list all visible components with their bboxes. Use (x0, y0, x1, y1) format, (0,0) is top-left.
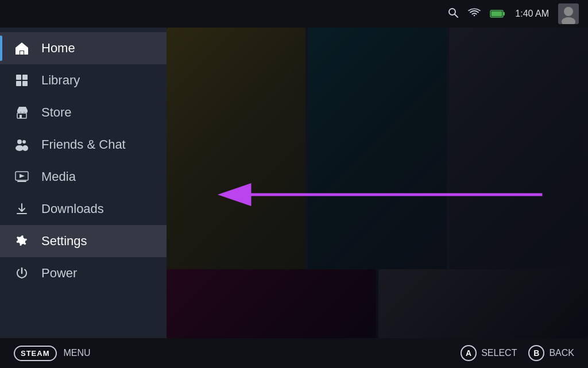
avatar[interactable] (558, 3, 579, 24)
battery-icon (490, 9, 506, 18)
library-label: Library (41, 73, 80, 88)
bottombar: STEAM MENU A SELECT B BACK (0, 338, 588, 368)
home-icon (14, 40, 30, 56)
main-content (167, 28, 588, 338)
svg-rect-10 (16, 75, 21, 80)
a-button-circle: A (461, 345, 477, 361)
sidebar-item-home[interactable]: Home (0, 32, 167, 64)
sidebar-item-downloads[interactable]: Downloads (0, 193, 167, 225)
media-icon (14, 169, 30, 185)
sidebar-item-store[interactable]: Store (0, 96, 167, 129)
store-label: Store (41, 105, 72, 120)
svg-rect-12 (16, 81, 21, 86)
power-icon (14, 265, 30, 281)
svg-rect-4 (492, 11, 502, 17)
svg-rect-3 (503, 12, 505, 16)
sidebar-item-media[interactable]: Media (0, 161, 167, 193)
sidebar-item-power[interactable]: Power (0, 257, 167, 289)
clock: 1:40 AM (515, 9, 549, 19)
menu-label: MENU (64, 348, 91, 358)
back-label: BACK (549, 348, 574, 358)
svg-point-6 (564, 7, 573, 16)
bottombar-actions: A SELECT B BACK (461, 345, 574, 361)
media-label: Media (41, 169, 76, 184)
sidebar: Home Library Store (0, 28, 167, 338)
library-icon (14, 72, 30, 88)
power-label: Power (41, 266, 77, 281)
downloads-icon (14, 201, 30, 217)
svg-point-17 (22, 140, 26, 144)
content-overlay (167, 28, 588, 338)
friends-label: Friends & Chat (41, 137, 126, 152)
status-icons: 1:40 AM (447, 3, 579, 24)
sidebar-item-settings[interactable]: Settings (0, 225, 167, 257)
select-label: SELECT (481, 348, 517, 358)
svg-point-19 (22, 145, 28, 151)
settings-label: Settings (41, 234, 87, 249)
svg-marker-21 (20, 174, 25, 178)
search-icon[interactable] (447, 7, 459, 21)
sidebar-item-friends[interactable]: Friends & Chat (0, 129, 167, 161)
svg-line-1 (455, 14, 458, 17)
svg-rect-13 (22, 81, 28, 86)
steam-badge[interactable]: STEAM (14, 346, 57, 361)
sidebar-item-library[interactable]: Library (0, 64, 167, 96)
svg-point-16 (17, 140, 22, 144)
select-button[interactable]: A SELECT (461, 345, 517, 361)
svg-rect-11 (22, 75, 28, 80)
svg-point-18 (16, 145, 24, 151)
topbar: 1:40 AM (0, 0, 588, 28)
home-label: Home (41, 41, 75, 56)
downloads-label: Downloads (41, 202, 104, 216)
b-button-circle: B (528, 345, 544, 361)
store-icon (14, 104, 30, 121)
svg-rect-15 (20, 115, 22, 118)
back-button[interactable]: B BACK (528, 345, 574, 361)
steam-label: STEAM (21, 349, 50, 358)
settings-icon (14, 233, 30, 249)
svg-rect-9 (20, 51, 24, 55)
friends-icon (14, 137, 30, 153)
wifi-icon (468, 8, 481, 20)
